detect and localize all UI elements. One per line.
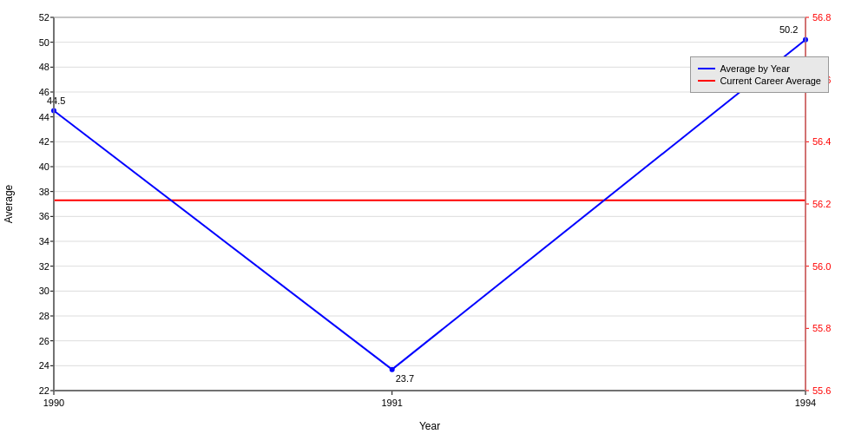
svg-text:50.2: 50.2 — [779, 24, 798, 35]
svg-text:36: 36 — [39, 211, 49, 221]
chart-legend: Average by Year Current Career Average — [690, 56, 829, 93]
svg-text:28: 28 — [39, 311, 49, 321]
svg-text:Year: Year — [419, 420, 440, 432]
legend-item-career-avg: Current Career Average — [698, 76, 821, 86]
svg-text:44: 44 — [39, 112, 49, 122]
svg-text:30: 30 — [39, 286, 49, 296]
svg-text:26: 26 — [39, 336, 49, 346]
legend-line-blue — [698, 68, 715, 69]
svg-text:23.7: 23.7 — [396, 373, 414, 384]
svg-text:56.4: 56.4 — [812, 136, 831, 147]
svg-text:42: 42 — [39, 136, 49, 147]
legend-label-avg-by-year: Average by Year — [720, 63, 790, 74]
svg-text:Average: Average — [3, 184, 15, 223]
svg-text:1990: 1990 — [43, 398, 64, 408]
legend-line-red — [698, 80, 715, 82]
svg-text:1994: 1994 — [795, 398, 816, 408]
legend-label-career-avg: Current Career Average — [720, 76, 821, 86]
svg-text:56.0: 56.0 — [812, 261, 831, 272]
svg-text:56.2: 56.2 — [812, 199, 831, 209]
svg-text:56.8: 56.8 — [812, 12, 831, 23]
svg-text:40: 40 — [39, 161, 49, 172]
svg-text:50: 50 — [39, 37, 49, 48]
svg-text:38: 38 — [39, 187, 49, 197]
svg-text:48: 48 — [39, 62, 49, 72]
svg-text:32: 32 — [39, 261, 49, 272]
svg-text:44.5: 44.5 — [47, 95, 65, 106]
svg-text:55.6: 55.6 — [812, 385, 831, 396]
svg-text:24: 24 — [39, 360, 49, 371]
svg-text:22: 22 — [39, 385, 49, 396]
legend-item-avg-by-year: Average by Year — [698, 63, 821, 74]
svg-point-79 — [390, 367, 395, 372]
svg-text:1991: 1991 — [381, 398, 402, 408]
svg-text:34: 34 — [39, 236, 49, 247]
svg-text:52: 52 — [39, 12, 49, 23]
svg-text:55.8: 55.8 — [812, 323, 831, 333]
chart-container: 2224262830323436384042444648505255.655.8… — [0, 0, 868, 434]
